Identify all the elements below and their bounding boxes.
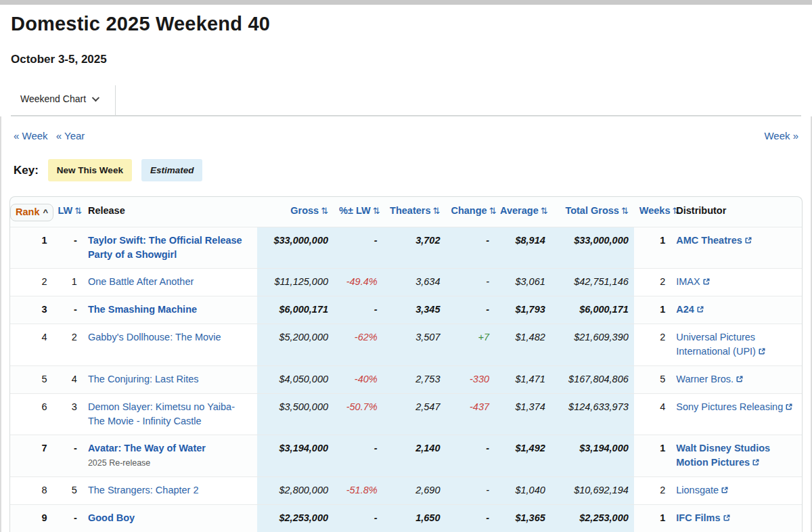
theater-change-cell: -330 (445, 366, 495, 394)
percent-change-lw-cell: -40% (334, 366, 383, 394)
column-header-change[interactable]: Change⇅ (445, 197, 495, 227)
rank-cell: 6 (10, 394, 53, 435)
gross-cell: $2,253,000 (257, 505, 334, 532)
prev-links: « Week « Year (14, 130, 85, 141)
last-week-rank-cell: - (53, 296, 83, 324)
average-cell: $1,482 (495, 324, 551, 366)
distributor-link[interactable]: Universal Pictures International (UPI) (676, 332, 766, 357)
table-row: 42Gabby's Dollhouse: The Movie$5,200,000… (10, 324, 802, 366)
percent-change-lw-cell: - (334, 227, 383, 269)
release-title-link[interactable]: Avatar: The Way of Water (88, 443, 206, 453)
distributor-cell: AMC Theatres (671, 227, 802, 269)
column-header-weeks[interactable]: Weeks⇅ (634, 197, 671, 227)
distributor-link[interactable]: IMAX (676, 276, 710, 287)
release-cell: The Smashing Machine (83, 296, 257, 324)
rank-cell: 8 (10, 477, 53, 505)
distributor-link[interactable]: Walt Disney Studios Motion Pictures (676, 443, 770, 468)
external-link-icon (744, 234, 752, 248)
release-cell: Demon Slayer: Kimetsu no Yaiba- The Movi… (83, 394, 257, 435)
rank-cell: 2 (10, 269, 53, 296)
column-header-rank[interactable]: Rank^ (10, 197, 53, 227)
percent-change-lw-cell: -62% (334, 324, 383, 366)
rank-cell: 7 (10, 435, 53, 477)
distributor-cell: Walt Disney Studios Motion Pictures (671, 435, 802, 477)
column-header-theaters[interactable]: Theaters⇅ (383, 197, 446, 227)
theaters-cell: 3,345 (383, 296, 446, 324)
column-header-lw[interactable]: %± LW⇅ (334, 197, 383, 227)
theaters-cell: 3,702 (383, 227, 446, 269)
weekend-chart-table: Rank^LW⇅ReleaseGross⇅%± LW⇅Theaters⇅Chan… (10, 197, 802, 532)
table-row: 85The Strangers: Chapter 2$2,800,000-51.… (10, 477, 802, 505)
average-cell: $3,061 (495, 269, 551, 296)
release-title-link[interactable]: The Conjuring: Last Rites (88, 374, 199, 384)
release-title-link[interactable]: Demon Slayer: Kimetsu no Yaiba- The Movi… (88, 401, 235, 426)
release-title-link[interactable]: Taylor Swift: The Official Release Party… (88, 235, 242, 260)
release-cell: Good Boy (83, 505, 257, 532)
rank-cell: 9 (10, 505, 53, 532)
distributor-link[interactable]: A24 (676, 304, 704, 315)
release-title-link[interactable]: Good Boy (88, 512, 135, 523)
sort-both-icon: ⇅ (321, 206, 328, 216)
previous-year-link[interactable]: « Year (56, 130, 85, 141)
gross-cell: $11,125,000 (257, 269, 334, 296)
last-week-rank-cell: 5 (53, 477, 83, 505)
percent-change-lw-cell: - (334, 505, 383, 532)
gross-cell: $5,200,000 (257, 324, 334, 366)
chart-type-label: Weekend Chart (20, 93, 86, 104)
total-gross-cell: $124,633,973 (551, 394, 634, 435)
distributor-cell: Lionsgate (671, 477, 802, 505)
theater-change-cell: - (445, 435, 495, 477)
weeks-cell: 1 (634, 435, 671, 477)
average-cell: $8,914 (495, 227, 551, 269)
rank-cell: 4 (10, 324, 53, 366)
average-cell: $1,365 (495, 505, 551, 532)
distributor-link[interactable]: IFC Films (676, 512, 730, 523)
percent-change-lw-cell: - (334, 296, 383, 324)
distributor-link[interactable]: Lionsgate (676, 485, 729, 495)
chart-tab-bar: Weekend Chart (11, 85, 801, 116)
external-link-icon (736, 373, 744, 387)
table-row: 21One Battle After Another$11,125,000-49… (10, 269, 802, 296)
total-gross-cell: $2,253,000 (551, 505, 634, 532)
total-gross-cell: $42,751,146 (551, 269, 634, 296)
column-header-lw[interactable]: LW⇅ (53, 197, 83, 227)
last-week-rank-cell: 2 (53, 324, 83, 366)
gross-cell: $3,194,000 (257, 435, 334, 477)
theater-change-cell: - (445, 227, 495, 269)
release-title-link[interactable]: The Strangers: Chapter 2 (88, 485, 199, 495)
date-range: October 3-5, 2025 (11, 53, 801, 66)
next-week-link[interactable]: Week » (764, 130, 798, 141)
last-week-rank-cell: - (53, 505, 83, 532)
weeks-cell: 1 (634, 227, 671, 269)
sort-asc-icon: ^ (43, 207, 48, 217)
release-title-link[interactable]: One Battle After Another (88, 276, 194, 287)
distributor-link[interactable]: Warner Bros. (676, 374, 744, 384)
average-cell: $1,040 (495, 477, 551, 505)
column-header-total-gross[interactable]: Total Gross⇅ (551, 197, 634, 227)
weeks-cell: 2 (634, 269, 671, 296)
release-title-link[interactable]: The Smashing Machine (88, 304, 197, 315)
distributor-link[interactable]: Sony Pictures Releasing (676, 401, 793, 412)
theater-change-cell: - (445, 477, 495, 505)
page: Domestic 2025 Weekend 40 October 3-5, 20… (0, 0, 812, 532)
external-link-icon (758, 345, 766, 359)
distributor-cell: IMAX (671, 269, 802, 296)
distributor-cell: A24 (671, 296, 802, 324)
table-row: 54The Conjuring: Last Rites$4,050,000-40… (10, 366, 802, 394)
column-header-gross[interactable]: Gross⇅ (257, 197, 334, 227)
previous-week-link[interactable]: « Week (14, 130, 48, 141)
theaters-cell: 2,753 (383, 366, 446, 394)
weeks-cell: 1 (634, 505, 671, 532)
sort-both-icon: ⇅ (621, 206, 629, 216)
column-header-average[interactable]: Average⇅ (495, 197, 551, 227)
active-sort-box[interactable]: Rank^ (10, 204, 53, 221)
distributor-link[interactable]: AMC Theatres (676, 235, 752, 246)
release-cell: Avatar: The Way of Water2025 Re-release (83, 435, 257, 477)
theaters-cell: 1,650 (383, 505, 446, 532)
chart-navigation: « Week « Year Week » (9, 116, 803, 141)
release-title-link[interactable]: Gabby's Dollhouse: The Movie (88, 332, 221, 342)
total-gross-cell: $6,000,171 (551, 296, 634, 324)
chart-type-dropdown[interactable]: Weekend Chart (11, 85, 116, 115)
gross-cell: $33,000,000 (257, 227, 334, 269)
column-header-release: Release (83, 197, 257, 227)
